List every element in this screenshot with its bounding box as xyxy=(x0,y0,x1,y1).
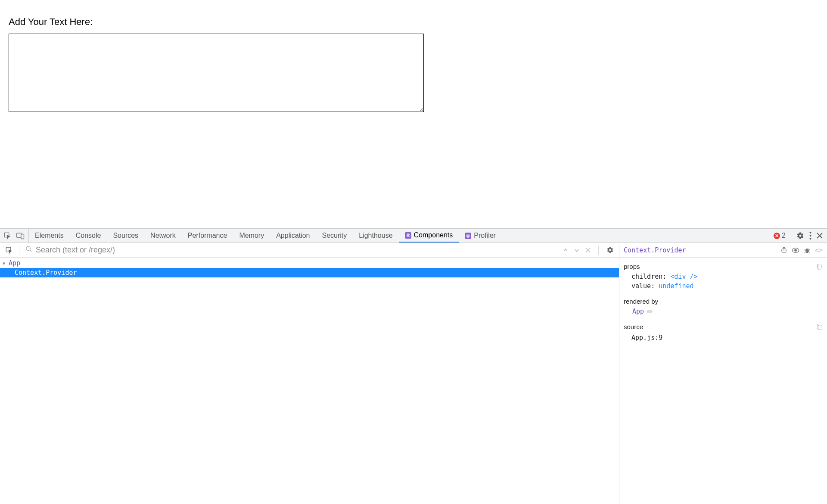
source-location: App.js:9 xyxy=(619,332,827,342)
select-element-icon[interactable] xyxy=(5,246,13,254)
svg-point-15 xyxy=(26,246,30,250)
clear-search-icon[interactable] xyxy=(585,248,591,253)
tab-performance[interactable]: Performance xyxy=(182,229,233,243)
prop-children: children: <div /> xyxy=(619,272,827,281)
suspend-icon[interactable] xyxy=(780,247,787,254)
copy-props-icon[interactable] xyxy=(816,263,823,270)
tab-memory[interactable]: Memory xyxy=(233,229,270,243)
error-count[interactable]: ✕ 2 xyxy=(769,232,786,240)
settings-icon[interactable] xyxy=(791,232,804,240)
svg-point-17 xyxy=(795,249,797,251)
tab-console[interactable]: Console xyxy=(70,229,107,243)
tab-application[interactable]: Application xyxy=(270,229,316,243)
svg-point-12 xyxy=(810,235,811,236)
more-icon[interactable] xyxy=(809,232,811,240)
device-toolbar-icon[interactable] xyxy=(16,232,25,240)
inspect-dom-icon[interactable] xyxy=(792,247,799,254)
svg-point-13 xyxy=(810,238,811,240)
devtools-panel: Elements Console Sources Network Perform… xyxy=(0,228,827,504)
rendered-by-section-label: rendered by xyxy=(624,298,658,305)
tab-components[interactable]: Components xyxy=(399,229,459,243)
tab-lighthouse[interactable]: Lighthouse xyxy=(353,229,398,243)
inspect-icon[interactable] xyxy=(3,232,11,240)
debug-icon[interactable] xyxy=(804,247,811,254)
prev-match-icon[interactable] xyxy=(563,248,568,253)
tab-profiler[interactable]: Profiler xyxy=(459,229,502,243)
react-icon xyxy=(465,233,471,239)
react-icon xyxy=(405,232,411,239)
source-section-label: source xyxy=(624,323,643,330)
props-section-label: props xyxy=(624,263,640,270)
svg-point-7 xyxy=(468,235,469,236)
svg-point-18 xyxy=(805,249,809,253)
tab-sources[interactable]: Sources xyxy=(107,229,144,243)
svg-point-11 xyxy=(810,232,811,233)
tab-network[interactable]: Network xyxy=(144,229,182,243)
tab-elements[interactable]: Elements xyxy=(29,229,70,243)
close-icon[interactable] xyxy=(817,233,823,239)
tab-security[interactable]: Security xyxy=(316,229,353,243)
owner-badge-icon xyxy=(647,310,653,313)
copy-source-icon[interactable] xyxy=(816,324,823,330)
devtools-tab-bar: Elements Console Sources Network Perform… xyxy=(0,229,827,243)
prop-value: value: undefined xyxy=(619,281,827,291)
tree-settings-icon[interactable] xyxy=(606,246,614,254)
caret-down-icon: ▼ xyxy=(3,261,7,266)
textarea-label: Add Your Text Here: xyxy=(9,16,818,28)
next-match-icon[interactable] xyxy=(574,248,579,253)
error-icon: ✕ xyxy=(774,233,780,239)
details-title: Context.Provider xyxy=(624,246,686,254)
svg-point-3 xyxy=(407,235,408,236)
svg-rect-19 xyxy=(818,265,822,269)
svg-rect-20 xyxy=(818,325,822,330)
view-source-icon[interactable]: <> xyxy=(815,246,823,254)
search-icon xyxy=(25,246,32,255)
tree-node-context-provider[interactable]: Context.Provider xyxy=(0,268,619,277)
rendered-by-link[interactable]: App xyxy=(632,308,644,315)
component-details-panel: Context.Provider <> props xyxy=(619,243,827,504)
component-search-input[interactable] xyxy=(36,246,559,255)
component-tree-panel: ▼ App Context.Provider xyxy=(0,243,619,504)
text-input[interactable] xyxy=(9,34,424,112)
svg-rect-2 xyxy=(21,234,24,239)
tree-node-app[interactable]: ▼ App xyxy=(0,258,619,268)
